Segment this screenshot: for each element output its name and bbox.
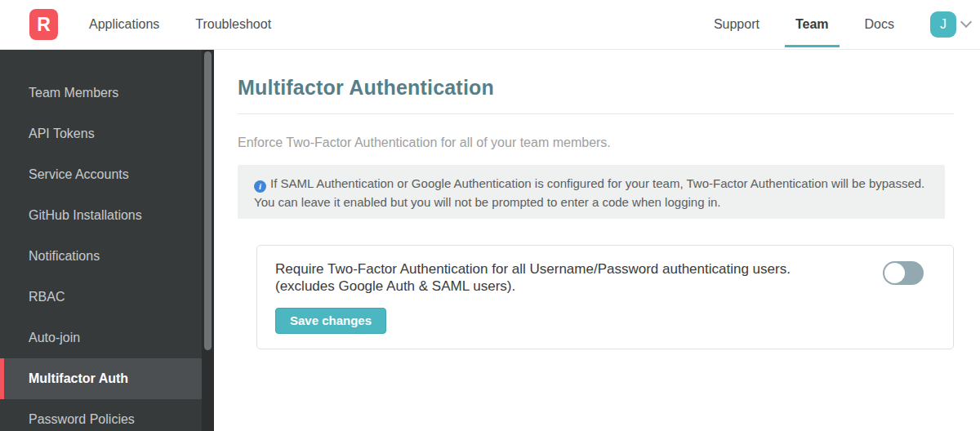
- saml-bypass-note: iIf SAML Authentication or Google Authen…: [238, 165, 945, 219]
- sidebar-item-api-tokens[interactable]: API Tokens: [0, 113, 202, 154]
- nav-tab-support[interactable]: Support: [714, 0, 760, 49]
- sidebar-item-service-accounts[interactable]: Service Accounts: [0, 154, 202, 195]
- two-factor-setting-card: Require Two-Factor Authentication for al…: [256, 245, 954, 349]
- nav-item-applications[interactable]: Applications: [89, 17, 159, 32]
- sidebar-item-multifactor-auth[interactable]: Multifactor Auth: [0, 358, 202, 399]
- sidebar-item-password-policies[interactable]: Password Policies: [0, 399, 202, 431]
- sidebar-item-rbac[interactable]: RBAC: [0, 277, 202, 318]
- section-description: Enforce Two-Factor Authentication for al…: [238, 136, 954, 150]
- user-avatar[interactable]: J: [930, 11, 956, 38]
- title-divider: [238, 113, 954, 114]
- page-title: Multifactor Authentication: [238, 76, 954, 100]
- toggle-knob: [884, 263, 905, 283]
- chevron-down-icon: [960, 16, 972, 28]
- sidebar-item-github-installations[interactable]: GitHub Installations: [0, 195, 202, 236]
- sidebar-item-team-members[interactable]: Team Members: [0, 73, 202, 113]
- settings-sidebar: Team Members API Tokens Service Accounts…: [0, 50, 214, 431]
- info-icon: i: [254, 180, 266, 193]
- save-changes-button[interactable]: Save changes: [275, 308, 386, 334]
- sidebar-item-auto-join[interactable]: Auto-join: [0, 318, 202, 358]
- sidebar-nav-list: Team Members API Tokens Service Accounts…: [0, 50, 202, 431]
- account-menu[interactable]: J: [930, 11, 970, 38]
- main-content: Multifactor Authentication Enforce Two-F…: [214, 50, 980, 431]
- two-factor-toggle[interactable]: [883, 261, 924, 285]
- nav-tab-team[interactable]: Team: [795, 0, 829, 49]
- sidebar-scrollbar-thumb[interactable]: [204, 51, 212, 350]
- saml-bypass-note-text: If SAML Authentication or Google Authent…: [254, 176, 924, 209]
- setting-label-line1: Require Two-Factor Authentication for al…: [275, 260, 880, 278]
- nav-tab-docs[interactable]: Docs: [865, 0, 894, 49]
- sidebar-item-notifications[interactable]: Notifications: [0, 236, 202, 277]
- nav-item-troubleshoot[interactable]: Troubleshoot: [195, 17, 271, 32]
- setting-label-line2: (excludes Google Auth & SAML users).: [275, 278, 880, 295]
- rollbar-logo[interactable]: R: [29, 9, 58, 40]
- nav-right-group: Support Team Docs J: [714, 0, 970, 49]
- top-navbar: R Applications Troubleshoot Support Team…: [0, 0, 980, 50]
- nav-left-group: R Applications Troubleshoot: [0, 9, 271, 40]
